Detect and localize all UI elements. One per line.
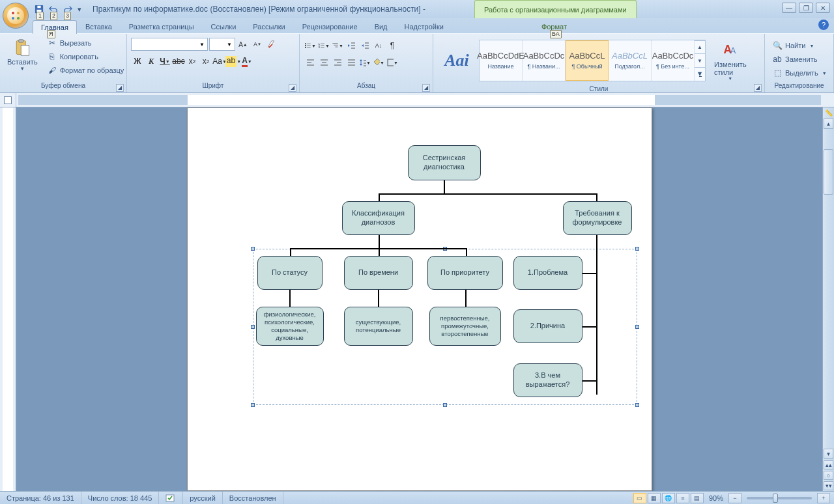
diagram-node[interactable]: физиологические, психологические, социал… (256, 307, 324, 346)
scroll-down-button[interactable]: ▼ (824, 449, 833, 459)
strike-button[interactable]: abc (172, 55, 185, 68)
close-button[interactable]: ✕ (816, 3, 830, 13)
horizontal-ruler[interactable] (18, 95, 821, 105)
tab-addins[interactable]: Надстройки (396, 20, 452, 33)
paragraph-dialog-launcher[interactable]: ◢ (422, 84, 430, 92)
diagram-node[interactable]: Сестринская диагностика (408, 145, 481, 180)
sort-button[interactable]: A↓ (372, 39, 385, 52)
status-page[interactable]: Страница: 46 из 131 (0, 492, 81, 504)
tab-insert[interactable]: Вставка (77, 20, 121, 33)
subscript-button[interactable]: x2 (186, 55, 199, 68)
diagram-node[interactable]: 3.В чем выражается? (513, 363, 582, 397)
scroll-thumb[interactable] (824, 149, 833, 195)
tab-view[interactable]: Вид (366, 20, 396, 33)
select-button[interactable]: ⬚Выделить▼ (769, 66, 830, 79)
selection-handle[interactable] (251, 403, 255, 407)
justify-button[interactable] (345, 56, 358, 69)
qat-customize-button[interactable]: ▾ (76, 3, 83, 16)
change-styles-button[interactable]: AA Изменить стили▼ (710, 38, 751, 83)
zoom-out-button[interactable]: − (728, 493, 741, 503)
scroll-up-button[interactable]: ▲ (824, 119, 833, 129)
selection-handle[interactable] (443, 403, 447, 407)
zoom-slider-thumb[interactable] (773, 494, 778, 503)
diagram-node[interactable]: По статусу (257, 256, 323, 290)
view-print-layout-button[interactable]: ▭ (633, 493, 646, 503)
zoom-slider[interactable] (747, 497, 812, 499)
numbering-button[interactable]: 123▼ (317, 39, 330, 52)
gallery-up-button[interactable]: ▲ (695, 40, 705, 54)
style-item[interactable]: AaBbCcDc¶ Без инте... (652, 40, 695, 81)
clear-formatting-button[interactable] (265, 38, 278, 51)
next-page-button[interactable]: ▾▾ (824, 481, 833, 490)
tab-page-layout[interactable]: Разметка страницы (121, 20, 203, 33)
scroll-track[interactable] (823, 130, 834, 448)
view-outline-button[interactable]: ≡ (676, 493, 689, 503)
align-right-button[interactable] (331, 56, 344, 69)
format-painter-button[interactable]: 🖌Формат по образцу (44, 64, 128, 77)
selection-handle[interactable] (635, 325, 639, 329)
status-language[interactable]: русский (183, 492, 222, 504)
view-web-button[interactable]: 🌐 (662, 493, 675, 503)
status-word-count[interactable]: Число слов: 18 445 (81, 492, 159, 504)
highlight-button[interactable]: ab▼ (227, 55, 240, 68)
replace-button[interactable]: abЗаменить (769, 53, 830, 66)
cut-button[interactable]: ✂Вырезать (44, 36, 128, 49)
zoom-in-button[interactable]: + (817, 493, 830, 503)
decrease-indent-button[interactable] (345, 39, 358, 52)
gallery-down-button[interactable]: ▼ (695, 53, 705, 67)
document-viewport[interactable]: Сестринская диагностика Классификация ди… (16, 107, 822, 491)
tab-mailings[interactable]: Рассылки (244, 20, 293, 33)
tab-review[interactable]: Рецензирование (294, 20, 366, 33)
find-button[interactable]: 🔍Найти▼ (769, 39, 830, 52)
align-left-button[interactable] (304, 56, 317, 69)
italic-button[interactable]: К (145, 55, 158, 68)
increase-indent-button[interactable] (358, 39, 371, 52)
font-size-combo[interactable]: ▼ (209, 38, 235, 51)
diagram-node[interactable]: 2.Причина (513, 309, 582, 343)
vertical-scrollbar[interactable]: 📏 ▲ ▼ ▴▴ ○ ▾▾ (822, 107, 834, 491)
tab-selector[interactable] (0, 93, 16, 107)
style-item[interactable]: AaBbCcLПодзагол... (609, 40, 652, 81)
minimize-button[interactable]: — (782, 3, 796, 13)
gallery-more-button[interactable]: ▼̲ (695, 67, 705, 81)
style-item[interactable]: AaBbCcL¶ Обычный (566, 40, 609, 81)
selection-handle[interactable] (251, 247, 255, 251)
style-item[interactable]: AaBbCcDc¶ Названи... (523, 40, 566, 81)
status-recovered[interactable]: Восстановлен (223, 492, 283, 504)
restore-button[interactable]: ❐ (799, 3, 813, 13)
view-draft-button[interactable]: ▤ (691, 493, 704, 503)
status-spellcheck[interactable] (159, 492, 183, 504)
diagram-node[interactable]: Классификация диагнозов (342, 201, 415, 235)
line-spacing-button[interactable]: ▼ (358, 56, 371, 69)
show-marks-button[interactable]: ¶ (386, 39, 399, 52)
shading-button[interactable]: ▼ (372, 56, 385, 69)
browse-object-button[interactable]: ○ (824, 471, 833, 480)
diagram-node[interactable]: первостепенные, промежуточные, второстеп… (429, 307, 501, 346)
selection-handle[interactable] (635, 403, 639, 407)
view-full-screen-button[interactable]: ▦ (648, 493, 661, 503)
bullets-button[interactable]: ▼ (304, 39, 317, 52)
superscript-button[interactable]: x2 (199, 55, 212, 68)
clipboard-dialog-launcher[interactable]: ◢ (116, 84, 124, 92)
align-center-button[interactable] (317, 56, 330, 69)
styles-gallery[interactable]: AaBbCcDdEНазвание AaBbCcDc¶ Названи... A… (479, 40, 706, 81)
multilevel-button[interactable]: ▼ (331, 39, 344, 52)
font-color-button[interactable]: A▼ (240, 55, 253, 68)
tab-references[interactable]: Ссылки (203, 20, 245, 33)
shrink-font-button[interactable]: A▼ (251, 38, 264, 51)
ruler-toggle-button[interactable]: 📏 (823, 107, 834, 118)
selection-handle[interactable] (251, 325, 255, 329)
font-dialog-launcher[interactable]: ◢ (289, 84, 296, 92)
borders-button[interactable]: ▼ (386, 56, 399, 69)
grow-font-button[interactable]: A▲ (237, 38, 250, 51)
diagram-node[interactable]: Требования к формулировке (563, 201, 632, 235)
selection-handle[interactable] (635, 247, 639, 251)
vertical-ruler[interactable] (0, 107, 16, 491)
change-case-button[interactable]: Aa▼ (213, 55, 226, 68)
bold-button[interactable]: Ж (131, 55, 144, 68)
help-button[interactable]: ? (818, 20, 829, 30)
style-item[interactable]: AaBbCcDdEНазвание (480, 40, 523, 81)
diagram-node[interactable]: существующие, потенциальные (344, 307, 413, 346)
styles-dialog-launcher[interactable]: ◢ (754, 84, 762, 92)
font-family-combo[interactable]: ▼ (131, 38, 208, 51)
